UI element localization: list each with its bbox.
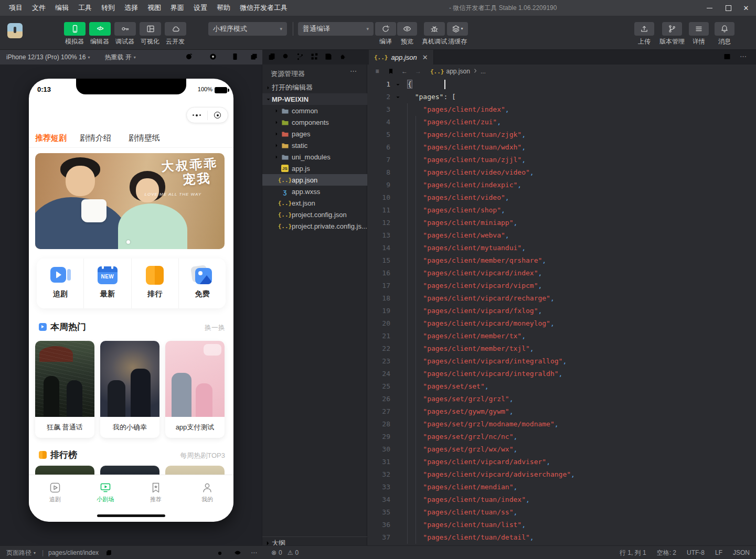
avatar[interactable] xyxy=(7,23,23,38)
action-button-eye[interactable] xyxy=(397,22,417,36)
detach-window-icon[interactable] xyxy=(250,52,259,62)
tree-section--[interactable]: 打开的编辑器 xyxy=(262,82,367,93)
toolbar-button-bell[interactable] xyxy=(715,22,734,36)
code-line-9[interactable]: 9 "pages/client/indexpic", xyxy=(367,179,756,191)
bug-icon[interactable] xyxy=(216,546,223,559)
menu-item-1[interactable]: 文件 xyxy=(27,3,50,13)
minimize-button[interactable] xyxy=(701,0,717,16)
eye-icon[interactable] xyxy=(234,546,241,559)
more-actions-icon[interactable]: ⋯ xyxy=(740,52,749,62)
breadcrumb-rest[interactable]: ... xyxy=(481,68,486,75)
tree-item-components[interactable]: components xyxy=(262,116,367,128)
tabbar-item-3[interactable]: 我的 xyxy=(191,480,223,503)
explorer-more-icon[interactable]: ⋯ xyxy=(350,67,357,75)
source-control-icon[interactable] xyxy=(296,52,305,62)
tree-item-uni-modules[interactable]: uni_modules xyxy=(262,151,367,163)
maximize-button[interactable] xyxy=(720,0,736,16)
code-line-24[interactable]: 24 "pages/client/vipcard/integraldh", xyxy=(367,368,756,380)
compile-select[interactable]: 普通编译 ▾ xyxy=(298,22,374,36)
code-line-27[interactable]: 27 "pages/set/gywm/gywm", xyxy=(367,405,756,418)
files-icon[interactable] xyxy=(268,52,277,62)
more-icon[interactable]: ⋯ xyxy=(251,546,258,559)
teapot-icon[interactable] xyxy=(338,52,348,62)
tree-item-pages[interactable]: pages xyxy=(262,128,367,139)
quick-link-play[interactable]: 追剧 xyxy=(37,259,83,308)
code-line-3[interactable]: 3 "pages/client/index", xyxy=(367,103,756,116)
quick-link-rank[interactable]: 排行 xyxy=(131,259,178,308)
hot-reload-toggle[interactable]: 热重载 开 ▾ xyxy=(104,53,135,62)
menu-item-2[interactable]: 编辑 xyxy=(50,3,73,13)
quick-link-calendar[interactable]: NEW最新 xyxy=(83,259,131,308)
encoding[interactable]: UTF-8 xyxy=(687,549,705,556)
refresh-icon[interactable] xyxy=(185,52,194,62)
code-line-15[interactable]: 15 "pages/client/member/qrshare", xyxy=(367,254,756,267)
extensions-icon[interactable] xyxy=(310,52,320,62)
cursor-position[interactable]: 行 1, 列 1 xyxy=(620,549,646,557)
page-path-select[interactable]: 页面路径 ▾ xyxy=(6,546,36,559)
drama-card-0[interactable]: 狂飙 普通话 xyxy=(35,341,94,438)
action-button-layers[interactable]: ▾ xyxy=(447,22,468,36)
close-button[interactable]: ✕ xyxy=(738,0,754,16)
mode-button-cloud[interactable] xyxy=(165,22,186,36)
code-line-18[interactable]: 18 "pages/client/vipcard/recharge", xyxy=(367,292,756,305)
code-line-34[interactable]: 34 "pages/client/tuan/index", xyxy=(367,493,756,506)
action-button-refresh[interactable] xyxy=(375,22,396,36)
code-line-33[interactable]: 33 "pages/client/mendian", xyxy=(367,481,756,493)
tree-item-ext-json[interactable]: {..}ext.json xyxy=(262,197,367,209)
code-line-25[interactable]: 25 "pages/set/set", xyxy=(367,380,756,393)
forward-arrow-icon[interactable]: → xyxy=(411,68,425,75)
menu-item-8[interactable]: 设置 xyxy=(189,3,212,13)
toolbar-button-upload[interactable] xyxy=(634,22,654,36)
code-line-6[interactable]: 6 "pages/client/tuan/wdxh", xyxy=(367,141,756,154)
code-line-2[interactable]: 2 "pages": [ xyxy=(367,91,756,103)
code-line-35[interactable]: 35 "pages/client/tuan/ss", xyxy=(367,506,756,519)
phone-tab-2[interactable]: 剧情壁纸 xyxy=(129,133,160,143)
code-line-7[interactable]: 7 "pages/client/tuan/zjjl", xyxy=(367,154,756,166)
tree-item-app-json[interactable]: {..}app.json xyxy=(262,174,367,186)
tree-item-project-private-config-js-[interactable]: {..}project.private.config.js... xyxy=(262,220,367,232)
code-line-32[interactable]: 32 "pages/client/vipcard/adviserchange", xyxy=(367,468,756,481)
code-line-19[interactable]: 19 "pages/client/vipcard/fxlog", xyxy=(367,305,756,317)
menu-item-0[interactable]: 项目 xyxy=(4,3,27,13)
drama-card-2[interactable]: app支付测试 xyxy=(165,341,225,438)
mode-button-code[interactable]: </> xyxy=(89,22,111,36)
exit-icon[interactable] xyxy=(208,112,228,119)
save-icon[interactable] xyxy=(324,52,334,62)
code-line-21[interactable]: 21 "pages/client/member/tx", xyxy=(367,330,756,342)
tab-app-json[interactable]: {..} app.json ✕ xyxy=(369,50,434,64)
phone-tab-0[interactable]: 推荐短剧 xyxy=(35,133,67,143)
tree-item-app-wxss[interactable]: ʒapp.wxss xyxy=(262,186,367,197)
breadcrumb-file[interactable]: app.json xyxy=(446,68,470,75)
tree-section-mp-weixin[interactable]: MP-WEIXIN xyxy=(262,93,367,105)
code-line-16[interactable]: 16 "pages/client/vipcard/index", xyxy=(367,267,756,280)
more-icon[interactable] xyxy=(187,114,207,116)
split-editor-icon[interactable] xyxy=(723,52,732,62)
copy-icon[interactable] xyxy=(105,546,112,559)
search-icon[interactable] xyxy=(282,52,291,62)
menu-item-6[interactable]: 视图 xyxy=(143,3,166,13)
phone-tab-1[interactable]: 剧情介绍 xyxy=(80,133,111,143)
code-line-17[interactable]: 17 "pages/client/vipcard/vipcm", xyxy=(367,280,756,292)
tabbar-item-1[interactable]: 小剧场 xyxy=(90,480,121,503)
menu-item-3[interactable]: 工具 xyxy=(73,3,97,13)
code-line-36[interactable]: 36 "pages/client/tuan/list", xyxy=(367,519,756,531)
menu-item-7[interactable]: 界面 xyxy=(166,3,189,13)
code-line-4[interactable]: 4 "pages/client/zui", xyxy=(367,116,756,128)
action-button-bug[interactable] xyxy=(424,22,445,36)
menu-item-10[interactable]: 微信开发者工具 xyxy=(235,3,292,13)
mode-select[interactable]: 小程序模式 ▾ xyxy=(208,22,287,36)
code-line-23[interactable]: 23 "pages/client/vipcard/integrallog", xyxy=(367,355,756,368)
code-editor[interactable]: ≡ ← → {..} app.json ... 1{2 "pages": [3 … xyxy=(367,64,756,545)
fold-icon[interactable] xyxy=(390,91,405,103)
code-line-12[interactable]: 12 "pages/client/miniapp", xyxy=(367,217,756,229)
eol-setting[interactable]: LF xyxy=(715,549,722,556)
mode-button-phone[interactable] xyxy=(64,22,86,36)
capsule-menu[interactable] xyxy=(186,107,228,123)
problems-indicator[interactable]: ⊗ 0 ⚠ 0 xyxy=(271,546,299,559)
mode-button-debug[interactable] xyxy=(114,22,136,36)
device-frame-icon[interactable] xyxy=(231,52,240,62)
tree-item-app-js[interactable]: JSapp.js xyxy=(262,163,367,174)
code-line-14[interactable]: 14 "pages/client/mytuandui", xyxy=(367,242,756,254)
toolbar-button-branch[interactable] xyxy=(662,22,682,36)
code-line-37[interactable]: 37 "pages/client/tuan/detail", xyxy=(367,531,756,544)
